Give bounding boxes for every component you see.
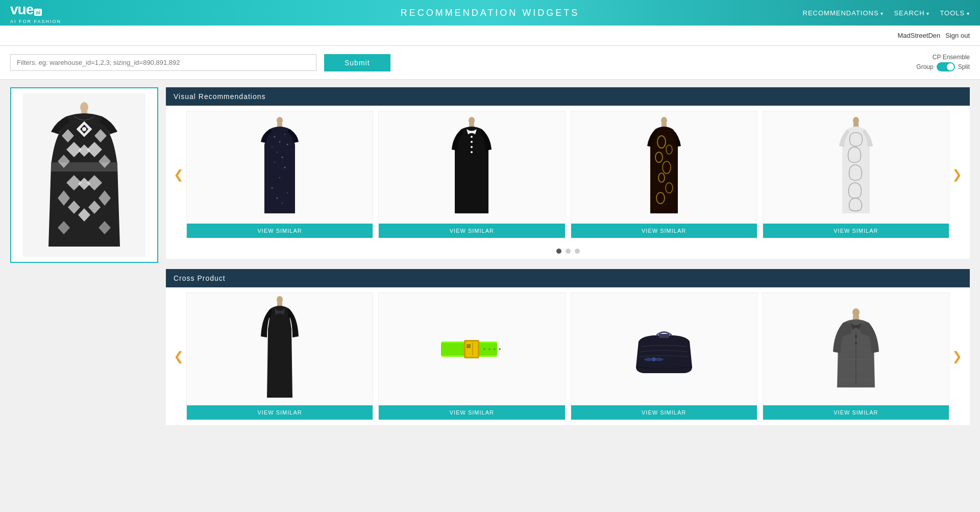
jacket-svg (823, 308, 889, 390)
search-input[interactable] (10, 54, 316, 71)
header-title: RECOMMENDATION WIDGETS (401, 8, 580, 18)
visual-product-2: VIEW SIMILAR (378, 111, 565, 238)
visual-product-3: VIEW SIMILAR (571, 111, 757, 238)
selected-product (10, 87, 158, 263)
svg-point-36 (272, 187, 273, 189)
product-3-image (571, 111, 757, 224)
bag-svg (628, 321, 700, 377)
header-nav: RECOMMENDATIONS SEARCH TOOLS (803, 9, 970, 17)
cp-ensemble-label: CP Ensemble (933, 54, 970, 61)
svg-point-70 (652, 357, 656, 361)
svg-point-66 (488, 348, 491, 350)
cross-product-section: Cross Product ❮ (166, 269, 970, 425)
submit-button[interactable]: Submit (324, 54, 390, 71)
product-1-image (187, 111, 373, 224)
split-label: Split (958, 63, 970, 70)
view-similar-1[interactable]: VIEW SIMILAR (187, 224, 373, 238)
cross-product-header: Cross Product (166, 269, 970, 287)
logo-area: vueai AI FOR FASHION (10, 2, 61, 24)
visual-recommendations-header: Visual Recommendations (166, 87, 970, 106)
dress-2-svg (444, 116, 500, 218)
svg-rect-62 (465, 342, 478, 357)
svg-point-40 (469, 117, 475, 124)
product-4-image (763, 111, 949, 224)
nav-tools[interactable]: TOOLS (940, 9, 970, 17)
visual-products-grid: VIEW SIMILAR (186, 111, 949, 238)
visual-product-1: VIEW SIMILAR (186, 111, 373, 238)
visual-recommendations-section: Visual Recommendations ❮ (166, 87, 970, 259)
cross-product-3-image (571, 293, 757, 405)
svg-point-29 (272, 147, 273, 148)
dot-2[interactable] (566, 249, 571, 254)
sub-header: MadStreetDen Sign out (0, 26, 980, 46)
product-2-image (379, 111, 565, 224)
visual-next-button[interactable]: ❯ (947, 162, 967, 187)
dress-1-svg (252, 116, 308, 218)
cross-product-carousel: ❮ (166, 287, 970, 425)
svg-point-42 (471, 136, 473, 138)
view-similar-4[interactable]: VIEW SIMILAR (763, 224, 949, 238)
svg-point-27 (284, 134, 285, 135)
search-area: Submit CP Ensemble Group Split (0, 46, 980, 80)
visual-prev-button[interactable]: ❮ (168, 162, 189, 187)
toggle-area: CP Ensemble Group Split (916, 54, 970, 71)
cross-product-1-image (187, 293, 373, 405)
svg-point-37 (287, 192, 288, 193)
svg-point-34 (284, 167, 286, 168)
svg-point-35 (279, 177, 280, 178)
view-similar-3[interactable]: VIEW SIMILAR (571, 224, 757, 238)
svg-point-44 (471, 146, 473, 148)
toggle-row: Group Split (916, 62, 970, 71)
cross-view-similar-1[interactable]: VIEW SIMILAR (187, 405, 373, 420)
svg-point-38 (277, 198, 278, 199)
svg-point-30 (287, 144, 288, 145)
nav-search[interactable]: SEARCH (894, 9, 929, 17)
logo-ai-badge: ai (34, 9, 42, 16)
svg-point-68 (499, 348, 501, 350)
cross-product-1: VIEW SIMILAR (186, 292, 373, 420)
visual-recommendations-carousel: ❮ (166, 106, 970, 243)
svg-point-32 (282, 157, 283, 158)
username-label: MadStreetDen (897, 32, 940, 39)
cross-prev-button[interactable]: ❮ (168, 344, 189, 369)
pagination-dots (166, 243, 970, 259)
dress-3-svg (636, 116, 692, 218)
cross-product-4-image (763, 293, 949, 405)
cross-next-button[interactable]: ❯ (947, 344, 967, 369)
dot-1[interactable] (556, 249, 561, 254)
svg-rect-63 (467, 344, 471, 348)
cross-products-grid: VIEW SIMILAR (186, 292, 949, 420)
cross-product-3: VIEW SIMILAR (571, 292, 757, 420)
visual-recommendations-title: Visual Recommendations (174, 92, 266, 101)
svg-point-26 (274, 136, 276, 138)
svg-point-55 (853, 117, 859, 124)
svg-point-46 (661, 117, 667, 124)
svg-point-71 (852, 308, 860, 316)
svg-rect-69 (659, 334, 669, 338)
visual-product-4: VIEW SIMILAR (763, 111, 949, 238)
cross-view-similar-3[interactable]: VIEW SIMILAR (571, 405, 757, 420)
dress-4-svg (828, 116, 884, 218)
view-similar-2[interactable]: VIEW SIMILAR (379, 224, 565, 238)
cross-view-similar-4[interactable]: VIEW SIMILAR (763, 405, 949, 420)
signout-button[interactable]: Sign out (945, 32, 970, 39)
svg-point-74 (854, 335, 857, 338)
svg-point-65 (483, 348, 485, 350)
recommendations-area: Visual Recommendations ❮ (166, 87, 970, 425)
logo-sub: AI FOR FASHION (10, 19, 61, 24)
logo-vue: vue (10, 2, 33, 17)
svg-point-28 (279, 141, 281, 143)
main-content: Visual Recommendations ❮ (0, 80, 980, 443)
nav-recommendations[interactable]: RECOMMENDATIONS (803, 9, 884, 17)
belt-svg (436, 329, 507, 370)
svg-point-24 (277, 117, 283, 124)
svg-point-6 (82, 127, 86, 131)
dot-3[interactable] (575, 249, 580, 254)
svg-point-75 (854, 342, 857, 345)
svg-point-39 (282, 203, 283, 204)
cross-view-similar-2[interactable]: VIEW SIMILAR (379, 405, 565, 420)
cross-product-2-image (379, 293, 565, 405)
selected-product-image (23, 93, 145, 257)
group-split-toggle[interactable] (937, 62, 955, 71)
svg-point-31 (277, 152, 278, 153)
